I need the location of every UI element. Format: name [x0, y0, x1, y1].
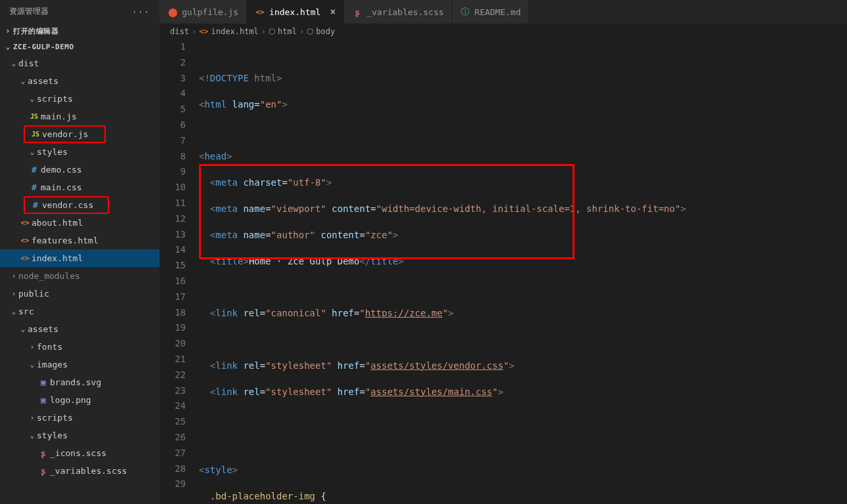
breadcrumb-body[interactable]: body [316, 27, 335, 36]
file-variables-scss[interactable]: ʂ_variables.scss [0, 462, 160, 480]
code-content[interactable]: <!DOCTYPE html> <html lang="en"> <head> … [199, 39, 847, 504]
file-tree: ⌄dist ⌄assets ⌄scripts JSmain.js JSvendo… [0, 54, 160, 480]
file-vendor-css[interactable]: #vendor.css [24, 196, 109, 214]
js-icon: JS [28, 113, 41, 120]
breadcrumb-dist[interactable]: dist [170, 27, 189, 36]
close-icon[interactable]: × [330, 6, 336, 18]
chevron-right-icon: › [192, 27, 196, 36]
chevron-down-icon: ⌄ [3, 42, 13, 51]
breadcrumb-index[interactable]: index.html [211, 27, 259, 36]
folder-styles[interactable]: ⌄styles [0, 143, 160, 161]
file-main-css[interactable]: #main.css [0, 178, 160, 196]
explorer-title: 资源管理器 [9, 6, 49, 17]
explorer-sidebar: 资源管理器 ··· › 打开的编辑器 ⌄ ZCE-GULP-DEMO ⌄dist… [0, 0, 160, 504]
line-number-gutter: 1234567891011121314151617181920212223242… [160, 39, 199, 504]
gulp-icon: ⬤ [167, 7, 178, 17]
folder-dist[interactable]: ⌄dist [0, 54, 160, 72]
sass-icon: ʂ [37, 466, 50, 476]
html-icon: <> [18, 254, 32, 262]
explorer-header: 资源管理器 ··· [0, 0, 160, 23]
file-brands-svg[interactable]: ▣brands.svg [0, 373, 160, 391]
file-features-html[interactable]: <>features.html [0, 232, 160, 249]
editor-area: ⬤gulpfile.js <>index.html× ʂ_variables.s… [160, 0, 847, 504]
tab-bar: ⬤gulpfile.js <>index.html× ʂ_variables.s… [160, 0, 847, 24]
chevron-right-icon: › [261, 27, 266, 36]
folder-scripts[interactable]: ⌄scripts [0, 90, 160, 108]
more-actions-icon[interactable]: ··· [132, 7, 150, 16]
folder-fonts[interactable]: ›fonts [0, 338, 160, 356]
file-about-html[interactable]: <>about.html [0, 214, 160, 232]
js-icon: JS [29, 131, 42, 138]
css-icon: # [28, 182, 41, 192]
chevron-right-icon: › [3, 26, 13, 35]
info-icon: ⓘ [460, 6, 471, 18]
html-icon: <> [199, 27, 208, 36]
folder-assets[interactable]: ⌄assets [0, 72, 160, 90]
tab-index-html[interactable]: <>index.html× [247, 0, 344, 24]
sass-icon: ʂ [37, 448, 50, 458]
html-icon: <> [255, 8, 265, 16]
css-icon: # [29, 200, 42, 210]
tab-readme[interactable]: ⓘREADME.md [452, 0, 529, 24]
tab-gulpfile[interactable]: ⬤gulpfile.js [160, 0, 247, 24]
open-editors-label: 打开的编辑器 [13, 26, 58, 36]
project-section[interactable]: ⌄ ZCE-GULP-DEMO [0, 39, 160, 54]
symbol-icon: ⬡ [269, 27, 275, 36]
image-icon: ▣ [37, 377, 50, 387]
folder-src-styles[interactable]: ⌄styles [0, 427, 160, 444]
folder-src[interactable]: ⌄src [0, 303, 160, 320]
open-editors-section[interactable]: › 打开的编辑器 [0, 23, 160, 39]
html-icon: <> [18, 236, 32, 245]
file-demo-css[interactable]: #demo.css [0, 161, 160, 178]
css-icon: # [28, 165, 41, 175]
tab-variables-scss[interactable]: ʂ_variables.scss [344, 0, 452, 24]
file-index-html[interactable]: <>index.html [0, 249, 160, 267]
project-label: ZCE-GULP-DEMO [13, 43, 74, 51]
folder-public[interactable]: ›public [0, 285, 160, 303]
file-main-js[interactable]: JSmain.js [0, 108, 160, 125]
folder-node-modules[interactable]: ›node_modules [0, 267, 160, 285]
breadcrumb-html[interactable]: html [278, 27, 297, 36]
folder-images[interactable]: ⌄images [0, 356, 160, 373]
file-vendor-js[interactable]: JSvendor.js [24, 125, 106, 143]
breadcrumb[interactable]: dist › <> index.html › ⬡ html › ⬡ body [160, 24, 847, 39]
folder-src-scripts[interactable]: ›scripts [0, 409, 160, 427]
code-editor[interactable]: 1234567891011121314151617181920212223242… [160, 39, 847, 504]
file-logo-png[interactable]: ▣logo.png [0, 391, 160, 409]
image-icon: ▣ [37, 395, 50, 405]
symbol-icon: ⬡ [307, 27, 313, 36]
sass-icon: ʂ [352, 7, 362, 17]
folder-src-assets[interactable]: ⌄assets [0, 320, 160, 338]
file-icons-scss[interactable]: ʂ_icons.scss [0, 444, 160, 462]
html-icon: <> [18, 219, 32, 227]
chevron-right-icon: › [299, 27, 304, 36]
